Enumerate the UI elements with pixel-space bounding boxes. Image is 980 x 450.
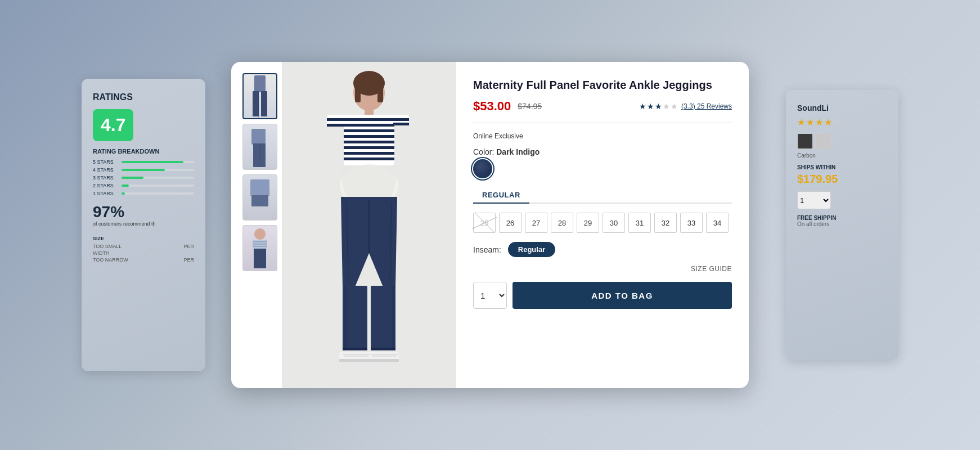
svg-rect-19 [355,86,361,102]
size-btn-32[interactable]: 32 [654,213,677,233]
size-grid: 25 26 27 28 29 30 31 32 33 34 [473,213,732,233]
svg-rect-50 [367,359,399,362]
size-fit-label: SIZE [93,236,194,241]
size-btn-26[interactable]: 26 [499,213,522,233]
quantity-select[interactable]: 1 2 3 4 5 [473,282,507,309]
swatch-silver[interactable] [815,133,831,149]
thumb-image-3 [246,177,274,219]
main-product-image [282,62,456,388]
svg-rect-23 [344,118,394,121]
size-btn-28[interactable]: 28 [551,213,573,233]
svg-rect-29 [344,152,394,155]
bar-bg-5star [122,161,194,163]
size-btn-31[interactable]: 31 [628,213,651,233]
soundli-color-swatches [797,133,887,149]
add-to-bag-button[interactable]: ADD TO BAG [513,282,732,309]
svg-rect-44 [371,348,395,350]
svg-rect-7 [250,179,269,196]
svg-rect-5 [253,143,266,167]
original-price: $74.95 [518,102,542,111]
breakdown-row-1star: 1 STARS [93,191,194,196]
size-btn-30[interactable]: 30 [603,213,625,233]
breakdown-row-5star: 5 STARS [93,159,194,165]
rating-big-number: 4.7 [101,115,125,135]
size-btn-27[interactable]: 27 [525,213,547,233]
svg-rect-43 [343,348,367,350]
svg-rect-42 [392,286,395,350]
thumb-image-1 [246,75,274,118]
swatch-dark-indigo[interactable] [473,159,492,178]
bar-bg-2star [122,184,194,187]
bar-bg-3star [122,177,194,179]
size-guide-link[interactable]: SIZE GUIDE [691,265,732,273]
thumbnail-list [231,62,282,388]
tab-regular[interactable]: REGULAR [473,187,529,204]
color-label: Color: Dark Indigo [473,147,540,156]
svg-rect-41 [344,286,347,350]
bar-fill-5star [122,161,183,163]
soundli-color-label: Carbon [797,152,887,159]
star-4: ★ [824,117,832,128]
rating-text[interactable]: (3.3) 25 Reviews [681,102,732,110]
width-label: WIDTH [93,250,110,256]
color-section: Color: Dark Indigo [473,147,732,178]
svg-rect-1 [253,91,259,116]
too-narrow-row: TOO NARROW PER [93,257,194,263]
bar-fill-2star [122,184,129,187]
ratings-panel: RATINGS 4.7 RATING BREAKDOWN 5 STARS 4 S… [82,79,205,371]
svg-rect-11 [254,249,260,268]
label-1stars: 1 STARS [93,191,118,196]
size-fit-row: TOO SMALL PER [93,244,194,249]
size-btn-25[interactable]: 25 [473,213,496,233]
size-btn-33[interactable]: 33 [680,213,703,233]
svg-point-9 [254,228,266,240]
inseam-label: Inseam: [473,245,501,254]
rating-score-badge: 4.7 [93,109,133,141]
size-btn-29[interactable]: 29 [577,213,599,233]
color-swatch-row [473,159,732,178]
size-btn-34[interactable]: 34 [706,213,729,233]
thumbnail-3[interactable] [242,174,277,220]
label-2stars: 2 STARS [93,183,118,188]
thumb-image-2 [246,126,274,168]
price-divider [473,123,732,123]
star-3: ★ [815,117,823,128]
svg-rect-8 [251,195,268,206]
soundli-qty-select[interactable]: 1 2 3 [797,191,831,209]
svg-rect-24 [344,124,394,127]
svg-rect-35 [393,118,409,121]
inseam-regular-btn[interactable]: Regular [508,242,555,257]
breakdown-row-4star: 4 STARS [93,167,194,173]
soundli-title: SoundLi [797,104,887,112]
svg-rect-2 [261,91,267,116]
bar-bg-4star [122,169,194,171]
width-row: WIDTH [93,250,194,256]
ratings-title: RATINGS [93,92,194,102]
thumbnail-2[interactable] [242,124,277,170]
online-exclusive: Online Exclusive [473,132,732,140]
rating-score: 3.3 [684,102,693,110]
product-title: Maternity Full Panel Favorite Ankle Jegg… [473,78,732,92]
svg-rect-40 [371,286,395,350]
svg-rect-27 [344,141,394,143]
thumbnail-1[interactable] [242,73,277,119]
product-card: Maternity Full Panel Favorite Ankle Jegg… [231,62,749,388]
product-stars: ★ ★ ★ ★ ★ [639,102,678,111]
svg-rect-0 [254,75,266,92]
thumb-image-4 [246,227,274,269]
svg-rect-26 [344,135,394,138]
color-value: Dark Indigo [496,147,540,156]
breakdown-title: RATING BREAKDOWN [93,148,194,155]
svg-rect-4 [251,129,266,145]
soundli-price: $179.95 [797,173,887,186]
ships-label: SHIPS WITHIN [797,164,887,170]
svg-rect-20 [377,86,383,102]
label-5stars: 5 STARS [93,159,118,165]
soundli-panel: SoundLi ★ ★ ★ ★ ★ Carbon SHIPS WITHIN $1… [786,90,898,360]
svg-rect-10 [253,240,267,250]
swatch-carbon[interactable] [797,133,813,149]
thumbnail-4[interactable] [242,225,277,271]
rating-count: 25 Reviews [697,102,732,110]
too-small-label: TOO SMALL [93,244,122,249]
svg-rect-25 [344,129,394,132]
